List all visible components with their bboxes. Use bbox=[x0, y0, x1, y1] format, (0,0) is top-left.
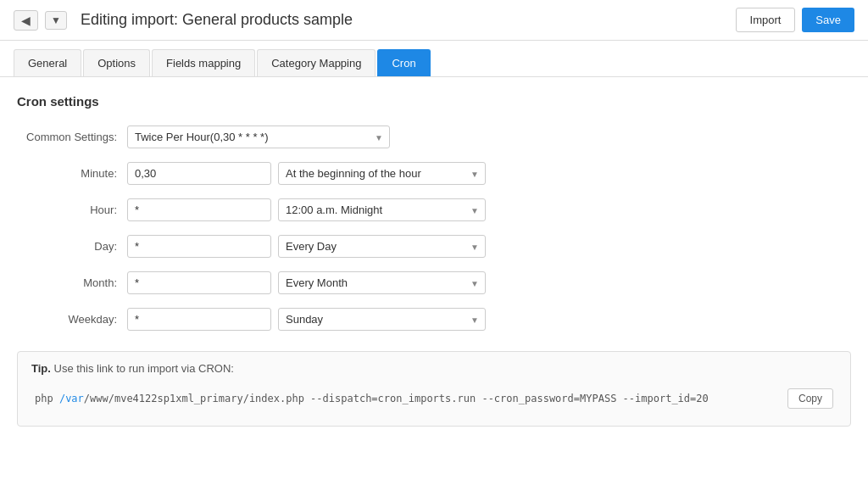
hour-fields: 12:00 a.m. Midnight bbox=[127, 198, 486, 221]
tip-code-row: php /var/www/mve4122sp1xml_primary/index… bbox=[31, 382, 837, 416]
page-title: Editing import: General products sample bbox=[81, 11, 353, 29]
tab-fields-mapping[interactable]: Fields mapping bbox=[152, 49, 255, 76]
weekday-row: Weekday: Sunday bbox=[17, 308, 851, 331]
code-suffix: /www/mve4122sp1xml_primary/index.php --d… bbox=[84, 393, 709, 404]
hour-select[interactable]: 12:00 a.m. Midnight bbox=[278, 198, 486, 221]
code-highlight: /var bbox=[59, 393, 84, 404]
nav-dropdown-button[interactable]: ▼ bbox=[45, 11, 67, 30]
header-left: ◀ ▼ Editing import: General products sam… bbox=[14, 10, 353, 31]
minute-select-wrapper: At the beginning of the hour bbox=[278, 162, 486, 185]
tab-cron[interactable]: Cron bbox=[377, 49, 430, 76]
hour-select-wrapper: 12:00 a.m. Midnight bbox=[278, 198, 486, 221]
day-fields: Every Day bbox=[127, 235, 486, 258]
tab-options[interactable]: Options bbox=[83, 49, 150, 76]
header: ◀ ▼ Editing import: General products sam… bbox=[0, 0, 868, 41]
weekday-select[interactable]: Sunday bbox=[278, 308, 486, 331]
day-row: Day: Every Day bbox=[17, 235, 851, 258]
import-button[interactable]: Import bbox=[736, 8, 796, 32]
tip-label: Tip. bbox=[31, 362, 51, 375]
minute-label: Minute: bbox=[17, 167, 127, 180]
hour-row: Hour: 12:00 a.m. Midnight bbox=[17, 198, 851, 221]
day-select[interactable]: Every Day bbox=[278, 235, 486, 258]
tab-general[interactable]: General bbox=[14, 49, 81, 76]
month-label: Month: bbox=[17, 276, 127, 289]
minute-input[interactable] bbox=[127, 162, 271, 185]
day-label: Day: bbox=[17, 240, 127, 253]
minute-fields: At the beginning of the hour bbox=[127, 162, 486, 185]
tip-box: Tip. Use this link to run import via CRO… bbox=[17, 351, 851, 427]
hour-input[interactable] bbox=[127, 198, 271, 221]
weekday-input[interactable] bbox=[127, 308, 271, 331]
content: Cron settings Common Settings: Twice Per… bbox=[0, 77, 868, 443]
month-select-wrapper: Every Month bbox=[278, 271, 486, 294]
day-select-wrapper: Every Day bbox=[278, 235, 486, 258]
save-button[interactable]: Save bbox=[802, 8, 854, 32]
weekday-fields: Sunday bbox=[127, 308, 486, 331]
minute-select[interactable]: At the beginning of the hour bbox=[278, 162, 486, 185]
weekday-select-wrapper: Sunday bbox=[278, 308, 486, 331]
tip-code: php /var/www/mve4122sp1xml_primary/index… bbox=[35, 393, 709, 404]
hour-label: Hour: bbox=[17, 204, 127, 216]
code-prefix: php bbox=[35, 393, 59, 404]
tip-text: Tip. Use this link to run import via CRO… bbox=[31, 362, 837, 375]
common-settings-label: Common Settings: bbox=[17, 131, 127, 143]
month-select[interactable]: Every Month bbox=[278, 271, 486, 294]
back-button[interactable]: ◀ bbox=[14, 10, 38, 31]
section-title: Cron settings bbox=[17, 94, 851, 109]
day-input[interactable] bbox=[127, 235, 271, 258]
tabs-bar: General Options Fields mapping Category … bbox=[0, 41, 868, 77]
minute-row: Minute: At the beginning of the hour bbox=[17, 162, 851, 185]
tip-description: Use this link to run import via CRON: bbox=[54, 362, 234, 375]
common-settings-select[interactable]: Twice Per Hour(0,30 * * * *) bbox=[127, 126, 390, 148]
weekday-label: Weekday: bbox=[17, 313, 127, 326]
tab-category-mapping[interactable]: Category Mapping bbox=[257, 49, 376, 76]
header-actions: Import Save bbox=[736, 8, 854, 32]
month-fields: Every Month bbox=[127, 271, 486, 294]
common-settings-row: Common Settings: Twice Per Hour(0,30 * *… bbox=[17, 126, 851, 148]
common-settings-select-wrapper: Twice Per Hour(0,30 * * * *) bbox=[127, 126, 390, 148]
month-input[interactable] bbox=[127, 271, 271, 294]
month-row: Month: Every Month bbox=[17, 271, 851, 294]
copy-button[interactable]: Copy bbox=[787, 388, 833, 409]
